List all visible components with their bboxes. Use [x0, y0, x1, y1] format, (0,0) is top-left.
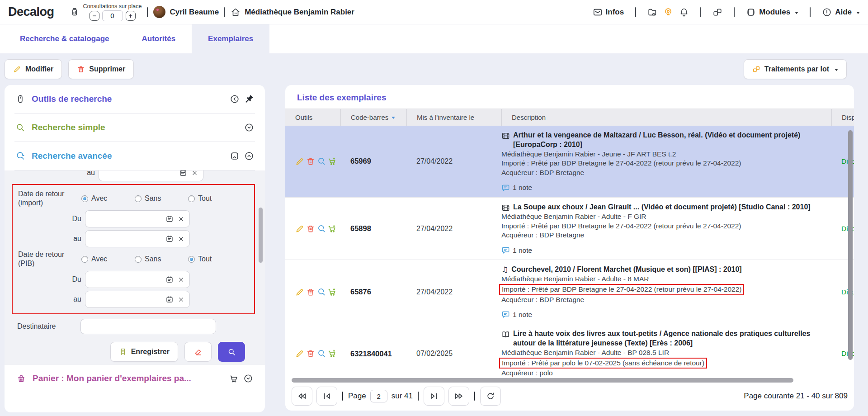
item-title: Arthur et la vengeance de Maltazard / Lu… — [513, 131, 822, 150]
recherche-simple-header[interactable]: Recherche simple — [5, 113, 265, 142]
date-input[interactable] — [99, 170, 203, 181]
bell-icon[interactable] — [679, 7, 689, 17]
date-input[interactable] — [85, 230, 190, 247]
vertical-scrollbar[interactable] — [848, 130, 853, 360]
horizontal-scrollbar[interactable] — [292, 378, 793, 383]
delete-icon[interactable] — [306, 157, 315, 166]
note-chip[interactable]: 1 note — [501, 184, 822, 192]
radio-avec[interactable]: Avec — [81, 255, 135, 263]
modifier-button[interactable]: Modifier — [5, 59, 62, 79]
destinataire-select[interactable] — [80, 319, 216, 334]
column-code-barres[interactable]: Code-barres — [340, 109, 406, 126]
search-history-icon[interactable] — [317, 157, 326, 166]
calendar-icon[interactable] — [165, 275, 174, 284]
chain-icon — [752, 65, 760, 73]
note-chip[interactable]: 1 note — [501, 310, 822, 319]
chevron-down-icon[interactable] — [244, 123, 254, 132]
collapse-left-icon[interactable] — [230, 94, 240, 104]
modules-menu[interactable]: Modules — [746, 7, 798, 17]
chevron-down-icon[interactable] — [243, 373, 253, 383]
liste-exemplaires-panel: Liste des exemplaires Outils Code-barres… — [285, 85, 854, 411]
calendar-icon[interactable] — [165, 235, 174, 243]
edit-icon[interactable] — [295, 288, 304, 297]
search-submit-button[interactable] — [218, 342, 245, 362]
add-to-cart-icon[interactable] — [328, 157, 337, 166]
enregistrer-button[interactable]: Enregistrer — [110, 342, 178, 362]
modules-icon — [746, 7, 756, 17]
eraser-button[interactable] — [184, 342, 212, 362]
search-tools-panel: Outils de recherche Recherche simple — [5, 85, 265, 412]
table-row[interactable]: 65876 27/04/2022 ♫Courchevel, 2010 / Flo… — [285, 260, 854, 324]
links-icon[interactable] — [712, 7, 722, 17]
chevron-up-icon[interactable] — [244, 151, 254, 161]
library-selector[interactable]: Médiathèque Benjamin Rabier — [231, 7, 354, 17]
search-history-icon[interactable] — [317, 349, 326, 358]
date-input[interactable] — [85, 210, 190, 227]
edit-icon[interactable] — [295, 157, 304, 166]
clear-icon[interactable] — [178, 216, 184, 222]
bookmark-square-icon[interactable] — [230, 151, 240, 161]
radio-avec[interactable]: Avec — [81, 194, 135, 203]
previous-page-button[interactable] — [316, 387, 337, 406]
recherche-avancee-title: Recherche avancée — [32, 151, 112, 161]
folder-icon[interactable] — [647, 7, 657, 17]
next-page-button[interactable] — [424, 387, 444, 406]
item-location: Médiathèque Benjamin Rabier - Adulte - B… — [501, 348, 822, 358]
add-to-cart-icon[interactable] — [328, 288, 337, 297]
user-menu[interactable]: Cyril Beaume — [153, 6, 219, 18]
note-chip[interactable]: 1 note — [501, 246, 822, 255]
clear-icon[interactable] — [178, 236, 184, 242]
refresh-button[interactable] — [480, 387, 501, 406]
consultations-minus-button[interactable]: − — [90, 11, 99, 21]
calendar-icon[interactable] — [179, 170, 187, 177]
search-icon — [15, 123, 25, 132]
consultations-plus-button[interactable]: + — [126, 11, 136, 21]
panier-header[interactable]: Panier : Mon panier d'exemplaires pa... — [5, 365, 265, 392]
table-row[interactable]: 65898 27/04/2022 La Soupe aux choux / Je… — [285, 198, 854, 260]
traitements-par-lot-button[interactable]: Traitements par lot — [744, 59, 847, 79]
cart-icon[interactable] — [229, 373, 239, 383]
delete-icon[interactable] — [306, 224, 315, 233]
broadcast-icon[interactable] — [663, 7, 673, 17]
date-input[interactable] — [85, 291, 190, 308]
radio-sans[interactable]: Sans — [135, 255, 188, 263]
recherche-avancee-header[interactable]: Recherche avancée — [5, 142, 265, 170]
header-separator — [224, 7, 225, 17]
consultations-count-input[interactable] — [102, 10, 123, 21]
search-history-icon[interactable] — [317, 224, 326, 233]
delete-icon[interactable] — [306, 349, 315, 358]
tab-exemplaires[interactable]: Exemplaires — [192, 24, 269, 53]
calendar-icon[interactable] — [165, 215, 174, 223]
add-to-cart-icon[interactable] — [328, 349, 337, 358]
edit-icon[interactable] — [295, 224, 304, 233]
tab-recherche-catalogage[interactable]: Recherche & catalogage — [4, 24, 125, 53]
first-page-button[interactable] — [292, 387, 312, 406]
avatar — [153, 6, 165, 18]
inventory-date: 27/04/2022 — [406, 288, 501, 296]
delete-icon[interactable] — [306, 288, 315, 297]
date-input[interactable] — [85, 271, 190, 288]
radio-tout[interactable]: Tout — [188, 194, 241, 203]
infos-button[interactable]: Infos — [593, 7, 624, 17]
edit-icon[interactable] — [295, 349, 304, 358]
radio-tout[interactable]: Tout — [188, 255, 241, 263]
page-number-input[interactable] — [370, 390, 387, 402]
table-row[interactable]: 65969 27/04/2022 Arthur et la vengeance … — [285, 126, 854, 198]
clear-icon[interactable] — [192, 170, 198, 176]
add-to-cart-icon[interactable] — [328, 224, 337, 233]
last-page-button[interactable] — [448, 387, 469, 406]
row-tools — [285, 224, 340, 233]
description-cell: Arthur et la vengeance de Maltazard / Lu… — [501, 126, 831, 197]
aide-menu[interactable]: Aide — [822, 7, 860, 17]
clear-icon[interactable] — [178, 297, 184, 303]
search-history-icon[interactable] — [317, 288, 326, 297]
note-icon — [501, 184, 510, 192]
table-row[interactable]: 6321840041 07/02/2025 Lire à haute voix … — [285, 324, 854, 378]
calendar-icon[interactable] — [165, 295, 174, 303]
pin-icon[interactable] — [244, 94, 254, 104]
tab-autorites[interactable]: Autorités — [125, 24, 192, 53]
supprimer-button[interactable]: Supprimer — [68, 59, 134, 79]
sidebar-scrollbar[interactable] — [259, 208, 263, 263]
radio-sans[interactable]: Sans — [135, 194, 188, 203]
clear-icon[interactable] — [178, 277, 184, 283]
